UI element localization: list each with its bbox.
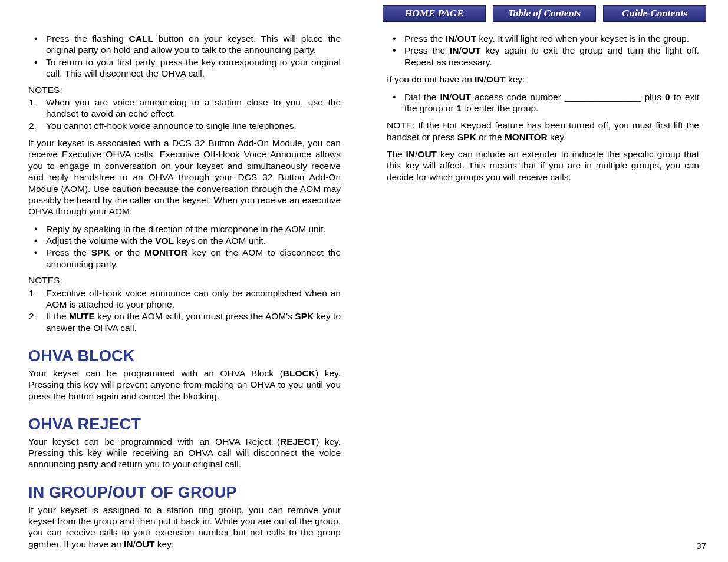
list-item: 1.Executive off-hook voice announce can … — [28, 287, 341, 310]
list-item: Press the IN/OUT key again to exit the g… — [387, 45, 699, 68]
nav-home-button[interactable]: HOME PAGE — [383, 5, 486, 22]
paragraph: If your keyset is assigned to a station … — [28, 504, 341, 550]
notes-label: NOTES: — [28, 84, 341, 95]
bullet-list: Reply by speaking in the direction of th… — [28, 223, 341, 270]
list-item: Reply by speaking in the direction of th… — [28, 223, 341, 234]
list-item: 2.You cannot off-hook voice announce to … — [28, 120, 341, 131]
heading-in-group: IN GROUP/OUT OF GROUP — [28, 483, 341, 503]
list-item: 2.If the MUTE key on the AOM is lit, you… — [28, 310, 341, 333]
bullet-list: Dial the IN/OUT access code number _____… — [387, 91, 699, 114]
page-number-left: 36 — [28, 541, 38, 551]
heading-ohva-reject: OHVA REJECT — [28, 415, 341, 435]
nav-toc-button[interactable]: Table of Contents — [493, 5, 596, 22]
list-item: Press the SPK or the MONITOR key on the … — [28, 247, 341, 270]
list-item: Dial the IN/OUT access code number _____… — [387, 91, 699, 114]
bullet-list: Press the flashing CALL button on your k… — [28, 33, 341, 80]
list-item: 1.When you are voice announcing to a sta… — [28, 97, 341, 120]
page-left: Press the flashing CALL button on your k… — [28, 33, 341, 556]
paragraph: The IN/OUT key can include an extender t… — [387, 148, 699, 183]
numbered-list: 1.When you are voice announcing to a sta… — [28, 97, 341, 131]
paragraph: If you do not have an IN/OUT key: — [387, 74, 699, 85]
list-item: Press the flashing CALL button on your k… — [28, 33, 341, 56]
list-item: Adjust the volume with the VOL keys on t… — [28, 235, 341, 246]
page-number-right: 37 — [696, 541, 706, 551]
heading-ohva-block: OHVA BLOCK — [28, 346, 341, 366]
bullet-list: Press the IN/OUT key. It will light red … — [387, 33, 699, 68]
page-right: Press the IN/OUT key. It will light red … — [387, 33, 699, 189]
paragraph: Your keyset can be programmed with an OH… — [28, 368, 341, 402]
numbered-list: 1.Executive off-hook voice announce can … — [28, 287, 341, 334]
list-item: To return to your first party, press the… — [28, 57, 341, 80]
paragraph: If your keyset is associated with a DCS … — [28, 137, 341, 217]
paragraph: NOTE: If the Hot Keypad feature has been… — [387, 120, 699, 143]
nav-guide-button[interactable]: Guide-Contents — [603, 5, 706, 22]
notes-label: NOTES: — [28, 275, 341, 286]
paragraph: Your keyset can be programmed with an OH… — [28, 436, 341, 470]
list-item: Press the IN/OUT key. It will light red … — [387, 33, 699, 44]
nav-tabs: HOME PAGE Table of Contents Guide-Conten… — [383, 5, 706, 22]
